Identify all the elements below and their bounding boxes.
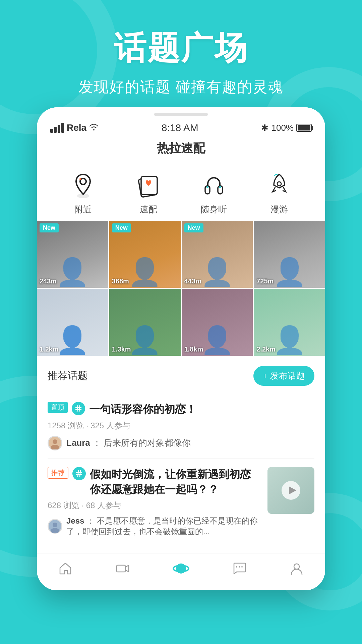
- comment-author-1: Jess: [66, 516, 84, 525]
- phone-mockup: Rela 8:18 AM ✱ 100% 热拉速配: [37, 107, 325, 590]
- status-right: ✱ 100%: [261, 123, 312, 133]
- distance-6: 1.8km: [184, 345, 203, 353]
- page-title: 话题广场: [0, 27, 362, 70]
- topic-content-left-1: 推荐 假如时光倒流，让你重新遇到初恋你还愿意跟她在一起吗？？ 628 浏览 · …: [48, 467, 261, 537]
- svg-point-9: [277, 182, 281, 186]
- bottom-nav: [37, 553, 325, 590]
- topic-with-image-1: 推荐 假如时光倒流，让你重新遇到初恋你还愿意跟她在一起吗？？ 628 浏览 · …: [48, 467, 314, 537]
- distance-0: 243m: [40, 277, 57, 285]
- svg-point-11: [53, 439, 57, 444]
- wifi-icon: [89, 123, 99, 133]
- svg-rect-18: [117, 565, 125, 572]
- svg-point-26: [294, 564, 299, 569]
- distance-4: 1.2km: [40, 345, 59, 353]
- distance-7: 2.2km: [256, 345, 276, 353]
- nearby-icon-circle: [68, 170, 98, 200]
- signal-bar-3: [58, 125, 60, 133]
- status-left: Rela: [50, 122, 99, 133]
- bottom-nav-chat[interactable]: [232, 561, 247, 579]
- notch-pill: [154, 113, 208, 116]
- photo-cell-5[interactable]: 👤 1.3km: [109, 289, 181, 356]
- photo-grid: 👤 New 243m 👤 New 368m 👤 New 443m 👤 725m: [37, 221, 325, 356]
- comment-text-1: Jess ： 不是愿不愿意，是当时的你已经不是现在的你了，即使回到过去，也不会破…: [66, 516, 261, 537]
- bottom-nav-profile[interactable]: [289, 561, 304, 579]
- photo-cell-6[interactable]: 👤 1.8km: [182, 289, 253, 356]
- topic-title-1: 假如时光倒流，让你重新遇到初恋你还愿意跟她在一起吗？？: [90, 467, 261, 497]
- topics-label: 推荐话题: [48, 369, 88, 383]
- bottom-nav-video[interactable]: [115, 561, 130, 579]
- badge-pinned-0: 置顶: [48, 402, 68, 413]
- commenter-avatar-1: [48, 519, 62, 534]
- nearby-label: 附近: [74, 204, 92, 215]
- header-area: 话题广场 发现好的话题 碰撞有趣的灵魂: [0, 0, 362, 97]
- topic-item-1[interactable]: 推荐 假如时光倒流，让你重新遇到初恋你还愿意跟她在一起吗？？ 628 浏览 · …: [48, 459, 314, 545]
- planet-icon: [173, 560, 189, 580]
- nav-icons-row: 附近 速配 随身听: [37, 163, 325, 219]
- photo-cell-3[interactable]: 👤 725m: [254, 221, 325, 288]
- bottom-nav-home[interactable]: [58, 561, 73, 579]
- listen-label: 随身听: [201, 204, 227, 215]
- status-time: 8:18 AM: [162, 122, 198, 133]
- photo-cell-2[interactable]: 👤 New 443m: [182, 221, 253, 288]
- topic-title-row-0: 置顶 一句话形容你的初恋！: [48, 402, 314, 417]
- topics-header: 推荐话题 + 发布话题: [48, 366, 314, 386]
- publish-button[interactable]: + 发布话题: [253, 366, 314, 386]
- carrier-name: Rela: [67, 122, 86, 133]
- topic-stats-0: 1258 浏览 · 325 人参与: [48, 420, 314, 431]
- explore-label: 漫游: [270, 204, 288, 215]
- home-icon: [58, 561, 73, 579]
- topic-title-0: 一句话形容你的初恋！: [89, 402, 314, 417]
- distance-5: 1.3km: [112, 345, 131, 353]
- nav-icon-nearby[interactable]: 附近: [68, 170, 98, 215]
- signal-bars: [50, 123, 64, 133]
- badge-new-2: New: [184, 223, 203, 232]
- video-icon: [115, 561, 130, 579]
- svg-point-2: [79, 178, 81, 180]
- chat-icon: [232, 561, 247, 579]
- distance-1: 368m: [112, 277, 129, 285]
- topic-stats-1: 628 浏览 · 68 人参与: [48, 500, 261, 511]
- photo-cell-1[interactable]: 👤 New 368m: [109, 221, 181, 288]
- battery-icon: [296, 124, 312, 132]
- comment-content-0: 后来所有的对象都像你: [104, 438, 191, 448]
- topic-item-0[interactable]: 置顶 一句话形容你的初恋！ 1258 浏览 · 325 人参与: [48, 394, 314, 459]
- match-label: 速配: [140, 204, 157, 215]
- photo-cell-7[interactable]: 👤 2.2km: [254, 289, 325, 356]
- commenter-avatar-0: [48, 436, 62, 450]
- svg-point-14: [53, 523, 57, 527]
- nav-icon-match[interactable]: 速配: [133, 170, 164, 215]
- badge-new-0: New: [40, 223, 59, 232]
- comment-content-1: 不是愿不愿意，是当时的你已经不是现在的你了，即使回到过去，也不会破镜重圆的...: [66, 516, 258, 536]
- badge-recommended-1: 推荐: [48, 467, 68, 479]
- comment-text-0: Laura ： 后来所有的对象都像你: [66, 437, 191, 449]
- photo-cell-0[interactable]: 👤 New 243m: [37, 221, 108, 288]
- photo-cell-4[interactable]: 👤 1.2km: [37, 289, 108, 356]
- comment-author-0: Laura: [66, 438, 90, 448]
- nav-icon-explore[interactable]: 漫游: [264, 170, 294, 215]
- svg-point-25: [241, 566, 243, 568]
- hashtag-icon-1: [72, 467, 86, 480]
- topic-comment-row-1: Jess ： 不是愿不愿意，是当时的你已经不是现在的你了，即使回到过去，也不会破…: [48, 516, 261, 537]
- hashtag-icon-0: [72, 402, 85, 415]
- topics-section: 推荐话题 + 发布话题 置顶 一句话形容你的初恋！ 1258 浏览 · 325 …: [37, 358, 325, 553]
- signal-bar-1: [50, 129, 53, 133]
- distance-3: 725m: [256, 277, 274, 285]
- svg-point-7: [206, 186, 208, 188]
- bottom-nav-planet[interactable]: [173, 560, 189, 580]
- svg-rect-4: [141, 176, 157, 195]
- comment-separator-1: ：: [86, 516, 95, 525]
- headphone-icon: [202, 172, 226, 199]
- svg-point-8: [219, 186, 221, 188]
- explore-icon-circle: [264, 170, 294, 200]
- app-title: 热拉速配: [157, 141, 205, 155]
- phone-notch-bar: [37, 107, 325, 119]
- topic-thumbnail-1: [267, 467, 314, 514]
- app-title-bar: 热拉速配: [37, 137, 325, 163]
- battery-percent: 100%: [271, 123, 294, 133]
- comment-separator-0: ：: [93, 438, 101, 448]
- play-icon: [281, 480, 301, 500]
- match-icon-circle: [133, 170, 164, 200]
- profile-icon: [289, 561, 304, 579]
- distance-2: 443m: [184, 277, 201, 285]
- nav-icon-listen[interactable]: 随身听: [199, 170, 229, 215]
